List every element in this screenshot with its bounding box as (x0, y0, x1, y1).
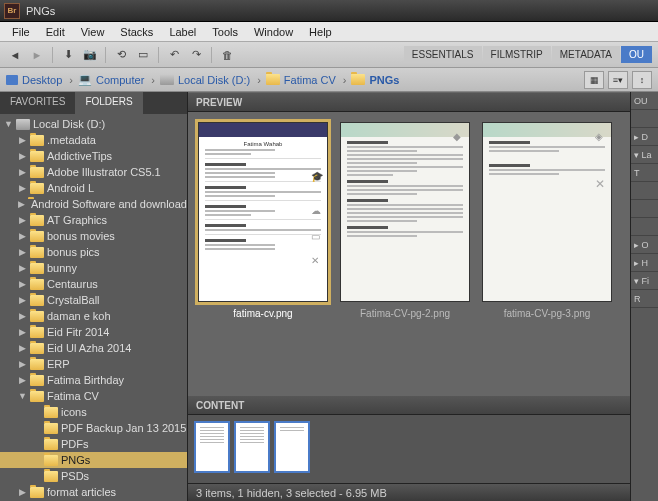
tree-item[interactable]: ▶Adobe Illustrator CS5.1 (0, 164, 187, 180)
disclosure-icon[interactable]: ▶ (18, 311, 27, 321)
folder-tree[interactable]: ▼Local Disk (D:)▶.metadata▶AddictiveTips… (0, 114, 187, 501)
tree-item[interactable]: ▶bonus movies (0, 228, 187, 244)
tree-item[interactable]: ▼Local Disk (D:) (0, 116, 187, 132)
disclosure-icon[interactable]: ▶ (18, 327, 27, 337)
tree-item[interactable]: PDFs (0, 436, 187, 452)
preview-thumb-2[interactable]: ◆ Fatima-CV-pg-2.png (340, 122, 470, 319)
workspace-metadata[interactable]: METADATA (552, 46, 620, 63)
path-local-disk[interactable]: Local Disk (D:)› (160, 74, 264, 86)
tree-item[interactable]: ▶bonus pics (0, 244, 187, 260)
tree-item[interactable]: ▶.metadata (0, 132, 187, 148)
tree-item-label: CrystalBall (47, 294, 100, 306)
tree-item[interactable]: PSDs (0, 468, 187, 484)
disclosure-icon[interactable]: ▶ (18, 199, 25, 209)
right-panel-row[interactable]: R (631, 290, 658, 308)
menu-view[interactable]: View (73, 24, 113, 40)
path-desktop[interactable]: Desktop› (6, 74, 76, 86)
right-panel-row[interactable] (631, 110, 658, 128)
menu-label[interactable]: Label (161, 24, 204, 40)
menu-window[interactable]: Window (246, 24, 301, 40)
tree-item[interactable]: ▶Eid Ul Azha 2014 (0, 340, 187, 356)
disclosure-icon[interactable]: ▶ (18, 231, 27, 241)
tree-item[interactable]: ▶Android L (0, 180, 187, 196)
right-panel-row[interactable] (631, 200, 658, 218)
preview-thumb-1[interactable]: Fatima Wahab 🎓 ☁ ▭ ✕ (198, 122, 328, 319)
right-panel-row[interactable]: ▸ D (631, 128, 658, 146)
right-panel-row[interactable]: T (631, 164, 658, 182)
disclosure-icon[interactable]: ▼ (18, 391, 27, 401)
tree-item[interactable]: ▶AddictiveTips (0, 148, 187, 164)
tab-favorites[interactable]: FAVORITES (0, 92, 75, 114)
view-grid-button[interactable]: ▦ (584, 71, 604, 89)
menu-edit[interactable]: Edit (38, 24, 73, 40)
disclosure-icon[interactable]: ▼ (4, 119, 13, 129)
disclosure-icon[interactable]: ▶ (18, 375, 27, 385)
tree-item[interactable]: ▶ERP (0, 356, 187, 372)
content-strip[interactable] (188, 415, 630, 483)
refine-icon[interactable]: ⟲ (112, 46, 130, 64)
tree-item[interactable]: ▶daman e koh (0, 308, 187, 324)
tree-item[interactable]: ▶Centaurus (0, 276, 187, 292)
tree-item[interactable]: ▶CrystalBall (0, 292, 187, 308)
tree-item[interactable]: ▶Eid Fitr 2014 (0, 324, 187, 340)
workspace-output[interactable]: OU (621, 46, 652, 63)
disclosure-icon[interactable]: ▶ (18, 151, 27, 161)
right-panel-row[interactable]: ▸ O (631, 236, 658, 254)
trash-icon[interactable]: 🗑 (218, 46, 236, 64)
back-button[interactable]: ◄ (6, 46, 24, 64)
disclosure-icon[interactable]: ▶ (18, 183, 27, 193)
workspace-essentials[interactable]: ESSENTIALS (404, 46, 482, 63)
folder-icon (30, 263, 44, 274)
view-list-button[interactable]: ≡▾ (608, 71, 628, 89)
disclosure-icon[interactable]: ▶ (18, 279, 27, 289)
tree-item[interactable]: ▶format articles (0, 484, 187, 500)
disclosure-icon[interactable]: ▶ (18, 487, 27, 497)
content-thumb-2[interactable] (234, 421, 270, 473)
content-thumb-1[interactable] (194, 421, 230, 473)
folder-icon (30, 279, 44, 290)
content-thumb-3[interactable] (274, 421, 310, 473)
forward-button[interactable]: ► (28, 46, 46, 64)
tree-item[interactable]: ▶AT Graphics (0, 212, 187, 228)
disclosure-icon[interactable]: ▶ (18, 263, 27, 273)
tree-item[interactable]: ▶Android Software and downloads (0, 196, 187, 212)
tree-item[interactable]: PDF Backup Jan 13 2015 (0, 420, 187, 436)
folder-icon (30, 487, 44, 498)
right-panel-row[interactable] (631, 218, 658, 236)
tree-item[interactable]: ▼Fatima CV (0, 388, 187, 404)
tree-item[interactable]: PNGs (0, 452, 187, 468)
right-panel-row[interactable]: ▾ Fi (631, 272, 658, 290)
disclosure-icon[interactable]: ▶ (18, 295, 27, 305)
disclosure-icon[interactable]: ▶ (18, 343, 27, 353)
menu-tools[interactable]: Tools (204, 24, 246, 40)
tree-item[interactable]: ▶bunny (0, 260, 187, 276)
menu-stacks[interactable]: Stacks (112, 24, 161, 40)
tab-folders[interactable]: FOLDERS (75, 92, 142, 114)
disclosure-icon[interactable]: ▶ (18, 167, 27, 177)
workspace-filmstrip[interactable]: FILMSTRIP (483, 46, 551, 63)
menu-file[interactable]: File (4, 24, 38, 40)
tree-item[interactable]: icons (0, 404, 187, 420)
right-panel-row[interactable]: ▾ La (631, 146, 658, 164)
folder-icon (266, 74, 280, 85)
disclosure-icon[interactable]: ▶ (18, 247, 27, 257)
rotate-ccw-icon[interactable]: ↶ (165, 46, 183, 64)
path-pngs[interactable]: PNGs (351, 74, 399, 86)
camera-icon[interactable]: 📷 (81, 46, 99, 64)
tree-item-label: Fatima Birthday (47, 374, 124, 386)
tree-item[interactable]: ▶Fatima Birthday (0, 372, 187, 388)
preview-thumb-3[interactable]: ◈ ✕ fatima-CV-pg-3.png (482, 122, 612, 319)
disclosure-icon[interactable]: ▶ (18, 135, 27, 145)
path-computer[interactable]: 💻Computer› (78, 73, 158, 86)
sort-button[interactable]: ↕ (632, 71, 652, 89)
right-panel-row[interactable] (631, 182, 658, 200)
menu-help[interactable]: Help (301, 24, 340, 40)
path-fatima-cv[interactable]: Fatima CV› (266, 74, 350, 86)
rotate-cw-icon[interactable]: ↷ (187, 46, 205, 64)
right-panel-row[interactable]: OU (631, 92, 658, 110)
open-icon[interactable]: ▭ (134, 46, 152, 64)
disclosure-icon[interactable]: ▶ (18, 215, 27, 225)
right-panel-row[interactable]: ▸ H (631, 254, 658, 272)
disclosure-icon[interactable]: ▶ (18, 359, 27, 369)
reveal-icon[interactable]: ⬇ (59, 46, 77, 64)
